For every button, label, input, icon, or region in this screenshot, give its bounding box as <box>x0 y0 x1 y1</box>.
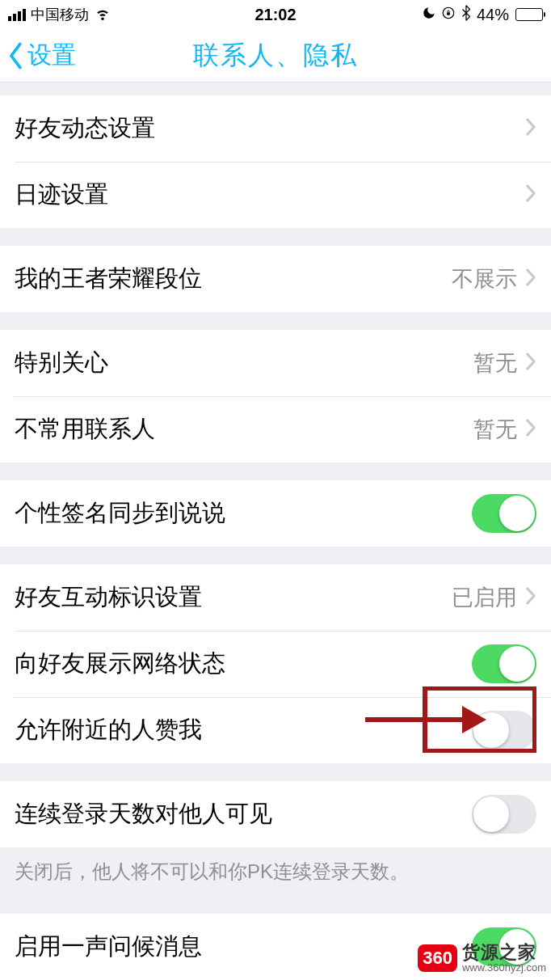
cell-label: 特别关心 <box>15 347 473 379</box>
cell-label: 我的王者荣耀段位 <box>15 263 452 295</box>
login-days-visible-switch[interactable] <box>472 795 536 834</box>
show-network-status-cell[interactable]: 向好友展示网络状态 <box>0 631 551 697</box>
show-network-status-switch[interactable] <box>472 644 536 683</box>
wifi-icon <box>94 4 111 26</box>
settings-group: 好友互动标识设置已启用向好友展示网络状态允许附近的人赞我 <box>0 564 551 763</box>
cell-label: 启用一声问候消息 <box>15 931 472 963</box>
lock-icon <box>441 6 456 24</box>
status-time: 21:02 <box>254 6 296 24</box>
chevron-right-icon <box>525 352 536 374</box>
signal-icon <box>8 9 26 21</box>
cell-label: 好友互动标识设置 <box>15 581 452 614</box>
bluetooth-icon <box>461 5 472 25</box>
signature-sync-cell[interactable]: 个性签名同步到说说 <box>0 480 551 547</box>
cell-label: 向好友展示网络状态 <box>15 648 472 680</box>
wangzhe-rank-cell[interactable]: 我的王者荣耀段位不展示 <box>0 246 551 312</box>
chevron-right-icon <box>525 268 536 290</box>
moon-icon <box>422 6 436 24</box>
watermark: 360 货源之家 www.360hyzj.com <box>418 943 546 974</box>
settings-group: 特别关心暂无不常用联系人暂无 <box>0 330 551 463</box>
cell-label: 连续登录天数对他人可见 <box>15 798 472 830</box>
status-bar: 中国移动 21:02 44% <box>0 0 551 29</box>
nearby-like-me-switch[interactable] <box>472 711 536 750</box>
cell-value: 不展示 <box>452 264 517 294</box>
carrier-label: 中国移动 <box>31 5 89 24</box>
friend-moments-settings-cell[interactable]: 好友动态设置 <box>0 95 551 162</box>
watermark-badge: 360 <box>418 944 457 972</box>
login-days-visible-cell[interactable]: 连续登录天数对他人可见 <box>0 781 551 847</box>
nav-bar: 设置 联系人、隐私 <box>0 29 551 82</box>
special-care-cell[interactable]: 特别关心暂无 <box>0 330 551 396</box>
svg-rect-1 <box>447 12 450 15</box>
back-label: 设置 <box>27 39 76 72</box>
chevron-right-icon <box>525 418 536 441</box>
chevron-right-icon <box>525 586 536 609</box>
group-footer-note: 关闭后，他人将不可以和你PK连续登录天数。 <box>0 847 551 896</box>
settings-group: 我的王者荣耀段位不展示 <box>0 246 551 312</box>
nearby-like-me-cell[interactable]: 允许附近的人赞我 <box>0 697 551 763</box>
signature-sync-switch[interactable] <box>472 494 536 533</box>
riji-settings-cell[interactable]: 日迹设置 <box>0 162 551 228</box>
battery-icon <box>514 8 543 21</box>
chevron-right-icon <box>525 117 536 140</box>
chevron-right-icon <box>525 184 536 206</box>
cell-value: 暂无 <box>473 348 517 378</box>
cell-label: 允许附近的人赞我 <box>15 714 472 746</box>
cell-value: 已启用 <box>452 583 517 612</box>
settings-group: 好友动态设置日迹设置 <box>0 95 551 228</box>
friend-interaction-badge-cell[interactable]: 好友互动标识设置已启用 <box>0 564 551 631</box>
back-button[interactable]: 设置 <box>0 39 76 72</box>
cell-label: 好友动态设置 <box>15 112 525 145</box>
cell-label: 不常用联系人 <box>15 413 473 446</box>
infrequent-contacts-cell[interactable]: 不常用联系人暂无 <box>0 396 551 463</box>
page-title: 联系人、隐私 <box>193 38 358 74</box>
watermark-text: 货源之家 <box>462 943 546 962</box>
chevron-left-icon <box>6 42 26 70</box>
settings-group: 个性签名同步到说说 <box>0 480 551 547</box>
settings-group: 连续登录天数对他人可见 <box>0 781 551 847</box>
watermark-url: www.360hyzj.com <box>462 962 546 974</box>
cell-label: 日迹设置 <box>15 179 525 211</box>
cell-label: 个性签名同步到说说 <box>15 497 472 530</box>
battery-percent: 44% <box>477 6 509 24</box>
cell-value: 暂无 <box>473 415 517 444</box>
